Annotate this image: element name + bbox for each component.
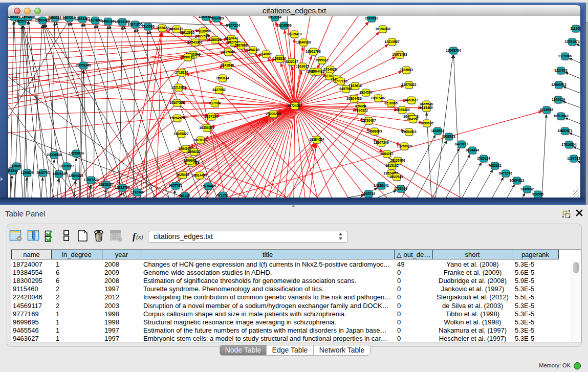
svg-text:20053346: 20053346: [76, 63, 91, 67]
svg-text:10653267: 10653267: [75, 17, 90, 20]
svg-text:16914479: 16914479: [192, 173, 207, 177]
svg-text:20206538: 20206538: [47, 153, 62, 157]
svg-text:2087682: 2087682: [365, 16, 378, 20]
svg-text:164957: 164957: [407, 117, 419, 121]
svg-text:12975115: 12975115: [402, 83, 417, 86]
svg-text:111209: 111209: [570, 27, 580, 30]
svg-text:6734028: 6734028: [323, 68, 337, 71]
svg-text:16120746: 16120746: [390, 159, 405, 162]
svg-text:9777169: 9777169: [334, 79, 347, 83]
svg-text:17016504: 17016504: [561, 143, 577, 146]
svg-text:1409948: 1409948: [183, 159, 197, 162]
svg-text:11958107: 11958107: [99, 183, 114, 186]
svg-text:8471676: 8471676: [499, 171, 512, 175]
svg-text:16782759: 16782759: [115, 186, 130, 189]
svg-text:2803144: 2803144: [216, 76, 229, 80]
svg-text:16033809: 16033809: [209, 16, 224, 20]
svg-text:16353594: 16353594: [199, 126, 214, 129]
svg-text:9084067: 9084067: [380, 152, 394, 156]
svg-text:1527602: 1527602: [89, 18, 102, 22]
svg-text:9657791: 9657791: [169, 184, 182, 187]
svg-text:8813054: 8813054: [268, 16, 281, 19]
svg-text:18640910: 18640910: [296, 40, 311, 44]
svg-text:25226058: 25226058: [195, 29, 211, 33]
svg-text:1292346: 1292346: [130, 190, 144, 194]
svg-text:10975867: 10975867: [59, 164, 74, 168]
svg-text:10025433: 10025433: [395, 108, 410, 112]
svg-text:19756928: 19756928: [397, 144, 412, 148]
svg-text:12505135: 12505135: [68, 174, 83, 178]
svg-text:8938923: 8938923: [442, 135, 455, 138]
svg-text:16154808: 16154808: [375, 27, 390, 31]
svg-text:9899695: 9899695: [420, 121, 433, 125]
svg-text:12093822: 12093822: [551, 83, 567, 86]
svg-text:12213369: 12213369: [171, 85, 186, 89]
svg-text:7485063: 7485063: [400, 68, 413, 72]
svg-text:9129966: 9129966: [558, 54, 572, 58]
svg-text:2718176: 2718176: [175, 71, 188, 74]
svg-text:8267150: 8267150: [205, 115, 218, 118]
svg-text:8454749: 8454749: [246, 48, 259, 52]
svg-text:10973493: 10973493: [392, 53, 407, 56]
svg-text:7462616: 7462616: [349, 84, 362, 87]
svg-text:9527506: 9527506: [196, 34, 209, 38]
svg-text:10688609: 10688609: [367, 129, 382, 133]
svg-text:7663822: 7663822: [156, 26, 169, 30]
svg-text:1906226: 1906226: [21, 16, 35, 18]
svg-text:2942757: 2942757: [36, 171, 50, 174]
svg-text:16107553: 16107553: [169, 101, 185, 104]
svg-text:14136141: 14136141: [374, 184, 389, 187]
svg-text:15751074: 15751074: [564, 40, 580, 43]
svg-text:16210643: 16210643: [553, 114, 569, 118]
svg-text:3824554: 3824554: [359, 91, 373, 94]
svg-text:1451944: 1451944: [52, 172, 66, 176]
svg-text:19166827: 19166827: [173, 132, 189, 136]
svg-text:7955812: 7955812: [315, 58, 329, 62]
svg-text:9146821: 9146821: [259, 52, 273, 56]
svg-text:12213967: 12213967: [384, 40, 400, 43]
svg-text:1733426: 1733426: [394, 187, 407, 190]
svg-text:11325419: 11325419: [287, 32, 302, 36]
svg-text:9498222: 9498222: [187, 150, 201, 154]
svg-text:6479197: 6479197: [455, 142, 468, 146]
svg-text:9242845: 9242845: [221, 63, 234, 67]
svg-text:7357224: 7357224: [227, 24, 240, 27]
svg-text:7632621: 7632621: [488, 164, 502, 167]
svg-text:9115460: 9115460: [420, 106, 433, 110]
svg-text:3875685: 3875685: [222, 50, 235, 54]
svg-text:6216065: 6216065: [384, 101, 398, 105]
svg-text:7625402: 7625402: [176, 173, 189, 177]
svg-text:1615132: 1615132: [385, 164, 399, 167]
svg-text:15720407: 15720407: [361, 119, 376, 122]
svg-text:1065733: 1065733: [362, 192, 375, 195]
svg-text:19384554: 19384554: [309, 138, 324, 141]
svg-text:16543362: 16543362: [187, 40, 203, 44]
svg-text:871352: 871352: [217, 193, 228, 197]
svg-text:15692971: 15692971: [557, 129, 573, 133]
svg-text:2522546: 2522546: [390, 175, 403, 179]
svg-text:10654112: 10654112: [510, 179, 525, 182]
svg-text:15716485: 15716485: [201, 184, 216, 188]
svg-text:817004: 817004: [209, 101, 221, 105]
svg-text:1244419: 1244419: [552, 98, 565, 101]
svg-text:1156829: 1156829: [20, 171, 34, 174]
svg-text:1904482: 1904482: [311, 70, 324, 73]
svg-text:2867608: 2867608: [234, 43, 248, 47]
svg-text:8215958: 8215958: [540, 108, 553, 112]
svg-text:7886322: 7886322: [355, 108, 368, 112]
svg-text:16961758: 16961758: [306, 50, 321, 53]
svg-text:1362615: 1362615: [296, 64, 309, 68]
svg-text:8427552: 8427552: [212, 88, 226, 92]
svg-text:25300235: 25300235: [266, 112, 281, 116]
svg-text:16648784: 16648784: [446, 49, 461, 52]
svg-text:8186325: 8186325: [208, 38, 222, 41]
svg-text:19218506: 19218506: [276, 24, 292, 27]
svg-text:6497508: 6497508: [339, 87, 353, 91]
svg-text:9227342: 9227342: [554, 69, 568, 72]
svg-text:18907249: 18907249: [374, 141, 389, 144]
svg-text:1288386: 1288386: [8, 16, 20, 18]
svg-text:9890123: 9890123: [181, 55, 194, 59]
svg-text:1640954: 1640954: [431, 129, 444, 133]
svg-text:10807487: 10807487: [371, 96, 386, 100]
svg-text:9174444: 9174444: [466, 148, 479, 152]
